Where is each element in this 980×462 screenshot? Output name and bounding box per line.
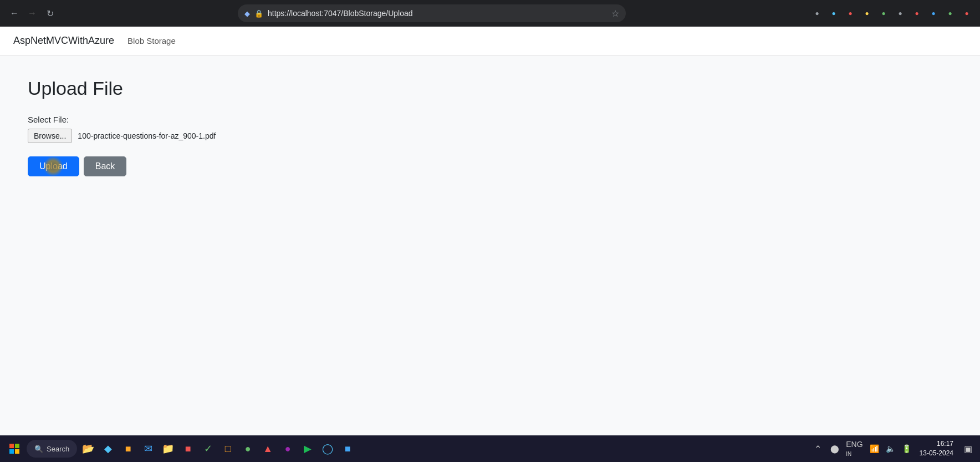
clock-date: 13-05-2024 xyxy=(920,449,953,458)
battery-icon[interactable]: 🔋 xyxy=(900,443,913,454)
taskbar-app4-icon[interactable]: ▲ xyxy=(259,440,277,458)
taskbar-search-box[interactable]: 🔍 Search xyxy=(27,440,77,458)
taskbar-game-icon[interactable]: □ xyxy=(219,440,237,458)
taskbar-app1-icon[interactable]: ■ xyxy=(179,440,197,458)
taskbar-spotify-icon[interactable]: ▶ xyxy=(299,440,317,458)
upload-button[interactable]: Upload xyxy=(28,156,79,176)
main-content: Upload File Select File: Browse... 100-p… xyxy=(0,55,980,435)
taskbar-right-area: ⌃ ⬤ ENG IN 📶 🔈 🔋 16:17 13-05-2024 ▣ xyxy=(810,438,976,459)
ext-icon-10[interactable]: ● xyxy=(960,7,973,20)
taskbar-app6-icon[interactable]: ■ xyxy=(339,440,356,458)
notification-chevron[interactable]: ⌃ xyxy=(810,441,825,456)
svg-rect-3 xyxy=(15,449,19,454)
app-navbar: AspNetMVCWithAzure Blob Storage xyxy=(0,27,980,55)
taskbar-folder-icon[interactable]: 📁 xyxy=(159,440,177,458)
ext-icon-9[interactable]: ● xyxy=(943,7,957,20)
language-indicator[interactable]: ENG IN xyxy=(844,439,864,459)
ext-icon-6[interactable]: ● xyxy=(894,7,907,20)
page-title: Upload File xyxy=(28,78,952,99)
browse-button[interactable]: Browse... xyxy=(28,129,72,143)
shield-icon: ◆ xyxy=(244,9,250,18)
tray-update-icon[interactable]: ⬤ xyxy=(829,443,841,454)
search-label: Search xyxy=(47,445,69,453)
app-brand[interactable]: AspNetMVCWithAzure xyxy=(13,35,114,47)
taskbar-chrome-icon[interactable]: ◯ xyxy=(319,440,336,458)
search-icon: 🔍 xyxy=(34,445,43,453)
svg-rect-0 xyxy=(9,444,14,448)
lock-icon: 🔒 xyxy=(254,9,263,18)
start-button[interactable] xyxy=(4,439,24,459)
ext-icon-4[interactable]: ● xyxy=(860,7,874,20)
ext-icon-8[interactable]: ● xyxy=(927,7,940,20)
ext-icon-7[interactable]: ● xyxy=(910,7,923,20)
taskbar-browser-icon[interactable]: ◆ xyxy=(99,440,117,458)
volume-icon[interactable]: 🔈 xyxy=(884,443,897,454)
notifications-button[interactable]: ▣ xyxy=(960,441,976,456)
address-bar[interactable]: ◆ 🔒 https://localhost:7047/BlobStorage/U… xyxy=(238,4,626,22)
url-text: https://localhost:7047/BlobStorage/Uploa… xyxy=(268,9,413,18)
system-clock[interactable]: 16:17 13-05-2024 xyxy=(916,438,957,459)
taskbar-app3-icon[interactable]: ● xyxy=(239,440,257,458)
ext-icon-5[interactable]: ● xyxy=(877,7,890,20)
windows-logo-icon xyxy=(9,444,19,454)
blob-storage-nav-link[interactable]: Blob Storage xyxy=(127,36,176,45)
file-input-row: Browse... 100-practice-questions-for-az_… xyxy=(28,129,952,143)
taskbar-app2-icon[interactable]: ✓ xyxy=(199,440,217,458)
reload-button[interactable]: ↻ xyxy=(42,6,58,21)
taskbar-mail-icon[interactable]: ✉ xyxy=(139,440,157,458)
upload-form: Select File: Browse... 100-practice-ques… xyxy=(28,115,952,176)
bookmark-icon[interactable]: ☆ xyxy=(611,8,619,19)
forward-nav-button[interactable]: → xyxy=(24,6,40,21)
clock-time: 16:17 xyxy=(937,439,953,449)
browser-chrome: ← → ↻ ◆ 🔒 https://localhost:7047/BlobSto… xyxy=(0,0,980,27)
browser-extensions: ● ● ● ● ● ● ● ● ● ● xyxy=(810,7,973,20)
back-nav-button[interactable]: ← xyxy=(7,6,22,21)
taskbar-files-icon[interactable]: 📂 xyxy=(79,440,97,458)
network-icon[interactable]: 📶 xyxy=(868,443,881,454)
browser-nav-buttons: ← → ↻ xyxy=(7,6,58,21)
action-buttons: Upload Back xyxy=(28,156,952,176)
taskbar: 🔍 Search 📂 ◆ ■ ✉ 📁 ■ ✓ □ ● ▲ ● ▶ ◯ ■ ⌃ ⬤… xyxy=(0,435,980,462)
back-button[interactable]: Back xyxy=(84,156,127,176)
taskbar-store-icon[interactable]: ■ xyxy=(119,440,137,458)
file-input-label: Select File: xyxy=(28,115,952,124)
taskbar-app5-icon[interactable]: ● xyxy=(279,440,297,458)
ext-icon-2[interactable]: ● xyxy=(827,7,840,20)
svg-rect-1 xyxy=(15,444,19,448)
svg-rect-2 xyxy=(9,449,14,454)
ext-icon-1[interactable]: ● xyxy=(810,7,824,20)
selected-file-name: 100-practice-questions-for-az_900-1.pdf xyxy=(78,131,216,140)
ext-icon-3[interactable]: ● xyxy=(844,7,857,20)
